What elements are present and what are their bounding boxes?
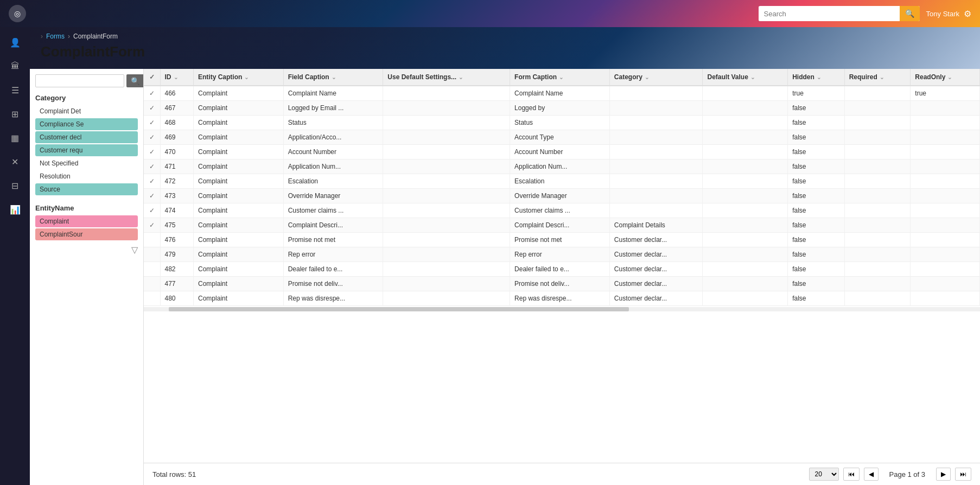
entity-complaint[interactable]: Complaint: [35, 215, 138, 227]
row-form-caption: Rep error: [510, 247, 610, 262]
table-row[interactable]: ✓ 475 Complaint Complaint Descri... Comp…: [144, 218, 980, 233]
row-form-caption: Dealer failed to e...: [510, 262, 610, 277]
row-check: ✓: [144, 174, 160, 189]
filter-resolution[interactable]: Resolution: [35, 170, 138, 182]
row-use-default: [383, 174, 510, 189]
row-category: [609, 189, 703, 203]
row-hidden: false: [788, 101, 845, 116]
nav-icon-dashboard[interactable]: ▦: [5, 128, 25, 148]
table-row[interactable]: ✓ 470 Complaint Account Number Account N…: [144, 145, 980, 159]
row-required: [844, 233, 911, 247]
row-hidden: true: [788, 86, 845, 101]
col-default-value[interactable]: Default Value⌄: [703, 69, 788, 86]
row-id: 475: [160, 218, 194, 233]
row-entity-caption: Complaint: [194, 130, 284, 145]
row-hidden: false: [788, 174, 845, 189]
nav-icon-table[interactable]: ⊟: [5, 176, 25, 195]
filter-customer-requ[interactable]: Customer requ: [35, 144, 138, 156]
col-id[interactable]: ID⌄: [160, 69, 194, 86]
row-check: [144, 233, 160, 247]
col-field-caption[interactable]: Field Caption⌄: [283, 69, 383, 86]
row-entity-caption: Complaint: [194, 247, 284, 262]
filter-funnel-icon[interactable]: ▽: [131, 245, 138, 255]
row-field-caption: Rep error: [283, 247, 383, 262]
search-button[interactable]: 🔍: [900, 6, 920, 21]
filter-customer-decl[interactable]: Customer decl: [35, 131, 138, 143]
filter-search-input[interactable]: [35, 74, 124, 87]
filter-source[interactable]: Source: [35, 183, 138, 195]
row-field-caption: Complaint Descri...: [283, 218, 383, 233]
table-row[interactable]: ✓ 473 Complaint Override Manager Overrid…: [144, 189, 980, 203]
row-check: ✓: [144, 203, 160, 218]
top-bar: ◎ 🔍 Tony Stark ⚙: [0, 0, 980, 27]
table-row[interactable]: 482 Complaint Dealer failed to e... Deal…: [144, 262, 980, 277]
col-form-caption[interactable]: Form Caption⌄: [510, 69, 610, 86]
table-row[interactable]: ✓ 472 Complaint Escalation Escalation fa…: [144, 174, 980, 189]
table-row[interactable]: ✓ 466 Complaint Complaint Name Complaint…: [144, 86, 980, 101]
row-hidden: false: [788, 233, 845, 247]
first-page-button[interactable]: ⏮: [843, 468, 860, 481]
row-required: [844, 262, 911, 277]
nav-icon-chart[interactable]: 📊: [5, 200, 25, 219]
search-box: 🔍: [759, 6, 920, 21]
table-row[interactable]: ✓ 468 Complaint Status Status false: [144, 116, 980, 130]
table-row[interactable]: ✓ 474 Complaint Customer claims ... Cust…: [144, 203, 980, 218]
page-info: Page 1 of 3: [889, 470, 926, 478]
row-readonly: [911, 189, 980, 203]
next-page-button[interactable]: ▶: [936, 468, 951, 481]
row-check: [144, 291, 160, 306]
table-row[interactable]: 479 Complaint Rep error Rep error Custom…: [144, 247, 980, 262]
table-wrapper[interactable]: ✓ ID⌄ Entity Caption⌄ Field Caption⌄: [144, 69, 980, 463]
search-input[interactable]: [759, 7, 900, 21]
row-use-default: [383, 86, 510, 101]
table-row[interactable]: ✓ 467 Complaint Logged by Email ... Logg…: [144, 101, 980, 116]
row-required: [844, 189, 911, 203]
table-row[interactable]: 480 Complaint Rep was disrespe... Rep wa…: [144, 291, 980, 306]
row-form-caption: Status: [510, 116, 610, 130]
row-readonly: [911, 233, 980, 247]
row-default-value: [703, 86, 788, 101]
table-row[interactable]: 477 Complaint Promise not deliv... Promi…: [144, 277, 980, 291]
nav-icon-grid[interactable]: ⊞: [5, 104, 25, 124]
col-use-default[interactable]: Use Default Settings...⌄: [383, 69, 510, 86]
col-readonly[interactable]: ReadOnly⌄: [911, 69, 980, 86]
nav-icon-close[interactable]: ✕: [5, 152, 25, 171]
table-row[interactable]: 476 Complaint Promise not met Promise no…: [144, 233, 980, 247]
col-entity-caption[interactable]: Entity Caption⌄: [194, 69, 284, 86]
filter-complaint-det[interactable]: Complaint Det: [35, 105, 138, 117]
filter-compliance-se[interactable]: Compliance Se: [35, 118, 138, 130]
page-size-select[interactable]: 20 50 100: [809, 468, 839, 481]
prev-page-button[interactable]: ◀: [864, 468, 879, 481]
row-readonly: true: [911, 86, 980, 101]
row-category: Complaint Details: [609, 218, 703, 233]
last-page-button[interactable]: ⏭: [955, 468, 971, 481]
scroll-bar[interactable]: [144, 307, 980, 311]
filter-not-specified[interactable]: Not Specified: [35, 157, 138, 169]
row-field-caption: Complaint Name: [283, 86, 383, 101]
row-id: 476: [160, 233, 194, 247]
entity-complaint-sour[interactable]: ComplaintSour: [35, 228, 138, 240]
table-row[interactable]: ✓ 471 Complaint Application Num... Appli…: [144, 159, 980, 174]
row-default-value: [703, 233, 788, 247]
row-id: 480: [160, 291, 194, 306]
nav-icon-building[interactable]: 🏛: [5, 56, 25, 76]
top-bar-left: ◎: [9, 5, 26, 22]
col-hidden[interactable]: Hidden⌄: [788, 69, 845, 86]
content-area: › Forms › ComplaintForm ComplaintForm + …: [30, 27, 980, 485]
row-category: Customer declar...: [609, 277, 703, 291]
filter-search-button[interactable]: 🔍: [126, 74, 144, 87]
row-readonly: [911, 116, 980, 130]
table-row[interactable]: ✓ 469 Complaint Application/Acco... Acco…: [144, 130, 980, 145]
breadcrumb-forms-link[interactable]: Forms: [46, 33, 65, 40]
row-hidden: false: [788, 203, 845, 218]
row-hidden: false: [788, 159, 845, 174]
col-required[interactable]: Required⌄: [844, 69, 911, 86]
row-required: [844, 101, 911, 116]
category-title: Category: [35, 94, 138, 102]
col-category[interactable]: Category⌄: [609, 69, 703, 86]
row-entity-caption: Complaint: [194, 101, 284, 116]
row-readonly: [911, 218, 980, 233]
nav-icon-person[interactable]: 👤: [5, 33, 25, 52]
settings-icon[interactable]: ⚙: [964, 9, 971, 19]
nav-icon-list[interactable]: ☰: [5, 80, 25, 100]
